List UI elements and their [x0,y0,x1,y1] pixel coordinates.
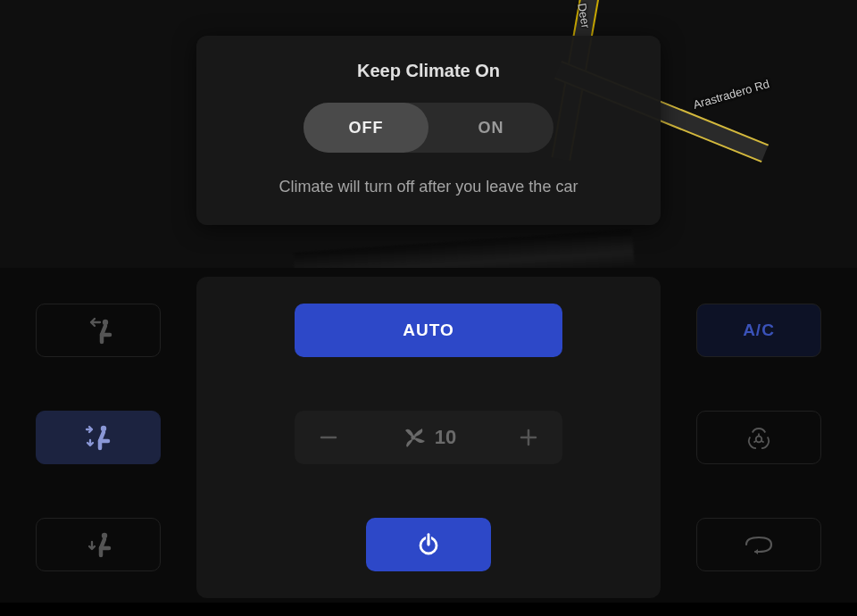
dialog-description: Climate will turn off after you leave th… [218,178,639,196]
climate-center-panel: AUTO [196,277,661,598]
airflow-face-feet-icon [80,422,116,453]
airflow-feet-icon [80,529,116,560]
power-icon [416,532,441,557]
bottom-bar [0,603,857,616]
fan-speed-display: 10 [401,425,456,450]
plus-icon [519,428,538,447]
biohazard-button[interactable] [696,411,821,464]
biohazard-icon [742,420,776,454]
fan-increase-button[interactable] [511,420,546,455]
dialog-title: Keep Climate On [218,61,639,81]
fan-icon [401,425,426,450]
keep-climate-toggle: OFF ON [304,103,553,153]
fan-decrease-button[interactable] [311,420,346,455]
road-label-arastradero: Arastradero Rd [692,77,771,112]
keep-climate-dialog: Keep Climate On OFF ON Climate will turn… [196,36,661,225]
ac-button[interactable]: A/C [696,304,821,357]
svg-point-3 [756,437,762,443]
airflow-face-icon [80,315,116,345]
fan-speed-row: 10 [295,411,562,464]
toggle-on-button[interactable]: ON [428,103,553,153]
auto-button[interactable]: AUTO [295,304,562,357]
toggle-off-button[interactable]: OFF [304,103,428,153]
fan-speed-value: 10 [435,426,456,449]
climate-panel: A/C AUTO [0,268,857,616]
airflow-face-feet-button[interactable] [36,411,161,464]
recirculate-icon [739,532,778,557]
minus-icon [319,428,338,447]
airflow-feet-button[interactable] [36,518,161,571]
airflow-face-button[interactable] [36,304,161,357]
recirculate-button[interactable] [696,518,821,571]
power-button[interactable] [366,518,491,571]
